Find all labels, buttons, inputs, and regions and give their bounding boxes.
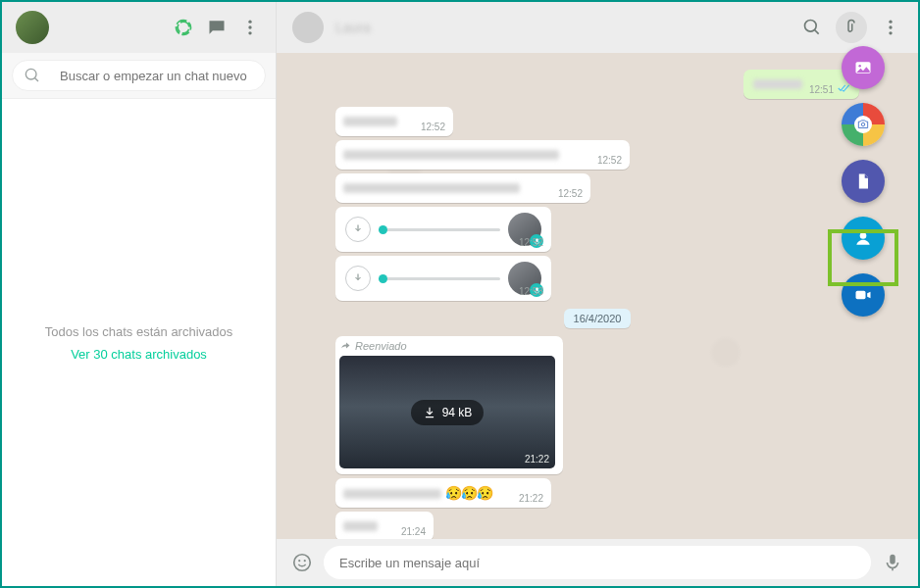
- msg-time: 12:51: [809, 84, 834, 95]
- svg-point-14: [294, 555, 311, 571]
- svg-point-2: [248, 31, 251, 34]
- attach-room-button[interactable]: [842, 273, 885, 317]
- date-separator: 16/4/2020: [564, 309, 632, 328]
- svg-point-5: [889, 25, 892, 28]
- message-in[interactable]: 12:52: [335, 140, 630, 170]
- msg-time: 12:52: [558, 188, 583, 199]
- status-icon[interactable]: [172, 16, 195, 39]
- svg-rect-11: [856, 291, 866, 299]
- msg-time: 12:52: [421, 122, 445, 132]
- voice-track[interactable]: [379, 228, 500, 231]
- play-icon[interactable]: [345, 217, 371, 242]
- archived-text: Todos los chats están archivados: [45, 324, 233, 339]
- forwarded-label: Reenviado: [339, 340, 559, 352]
- contact-avatar[interactable]: [292, 12, 324, 43]
- new-chat-icon[interactable]: [205, 16, 229, 39]
- attach-document-button[interactable]: [842, 160, 885, 203]
- msg-time: 12:53: [519, 286, 543, 297]
- svg-point-0: [248, 21, 251, 24]
- search-icon: [25, 68, 40, 83]
- attach-camera-button[interactable]: [842, 103, 885, 146]
- menu-icon[interactable]: [238, 16, 262, 39]
- media-size: 94 kB: [442, 406, 473, 419]
- compose-bar: [277, 539, 918, 586]
- svg-point-1: [248, 25, 251, 28]
- emoji-icon[interactable]: [290, 551, 314, 574]
- emoji-text: 😥😥😥: [445, 485, 492, 501]
- svg-point-3: [805, 21, 817, 32]
- chat-messages[interactable]: 12:51 12:52 12:52 12:52 12:52 12:53 16/4…: [277, 53, 918, 539]
- message-in[interactable]: 21:24: [335, 512, 434, 539]
- sidebar-header: [2, 2, 276, 53]
- voice-track[interactable]: [379, 277, 500, 280]
- search-chat-icon[interactable]: [800, 16, 824, 39]
- svg-point-4: [889, 21, 892, 24]
- msg-time: 21:22: [519, 493, 543, 504]
- msg-time: 21:22: [525, 454, 549, 465]
- search-box[interactable]: [12, 60, 266, 91]
- archived-link[interactable]: Ver 30 chats archivados: [71, 347, 207, 362]
- attach-menu: [842, 46, 885, 317]
- svg-point-6: [889, 31, 892, 34]
- sidebar: Todos los chats están archivados Ver 30 …: [2, 2, 277, 586]
- svg-point-10: [860, 232, 867, 239]
- chat-header: Laura: [277, 2, 918, 53]
- search-input[interactable]: [60, 69, 253, 83]
- media-message[interactable]: Reenviado 94 kB 21:22: [335, 336, 563, 474]
- svg-point-8: [858, 65, 861, 68]
- svg-point-15: [298, 560, 300, 562]
- attach-gallery-button[interactable]: [842, 46, 885, 89]
- search-wrap: [2, 53, 276, 99]
- attach-icon[interactable]: [836, 12, 867, 43]
- voice-message[interactable]: 12:53: [335, 256, 551, 301]
- voice-message[interactable]: 12:52: [335, 207, 551, 252]
- message-input[interactable]: [339, 556, 855, 570]
- svg-point-16: [304, 560, 306, 562]
- media-thumbnail[interactable]: 94 kB 21:22: [339, 356, 555, 468]
- chat-menu-icon[interactable]: [879, 16, 902, 39]
- compose-input-wrap[interactable]: [324, 546, 871, 579]
- own-avatar[interactable]: [16, 11, 49, 44]
- contact-name[interactable]: Laura: [335, 20, 371, 35]
- play-icon[interactable]: [345, 266, 371, 291]
- message-in[interactable]: 12:52: [335, 107, 453, 136]
- svg-point-9: [861, 122, 865, 126]
- chat-pane: Laura 12:51: [277, 2, 918, 586]
- message-in[interactable]: 😥😥😥 21:22: [335, 478, 551, 508]
- msg-time: 12:52: [519, 237, 543, 248]
- svg-rect-17: [890, 555, 895, 564]
- mic-icon[interactable]: [881, 551, 904, 574]
- download-button[interactable]: 94 kB: [411, 400, 485, 425]
- msg-time: 21:24: [401, 526, 426, 537]
- message-in[interactable]: 12:52: [335, 173, 590, 203]
- msg-time: 12:52: [597, 155, 622, 166]
- attach-contact-button[interactable]: [842, 217, 885, 260]
- archived-placeholder: Todos los chats están archivados Ver 30 …: [2, 99, 276, 586]
